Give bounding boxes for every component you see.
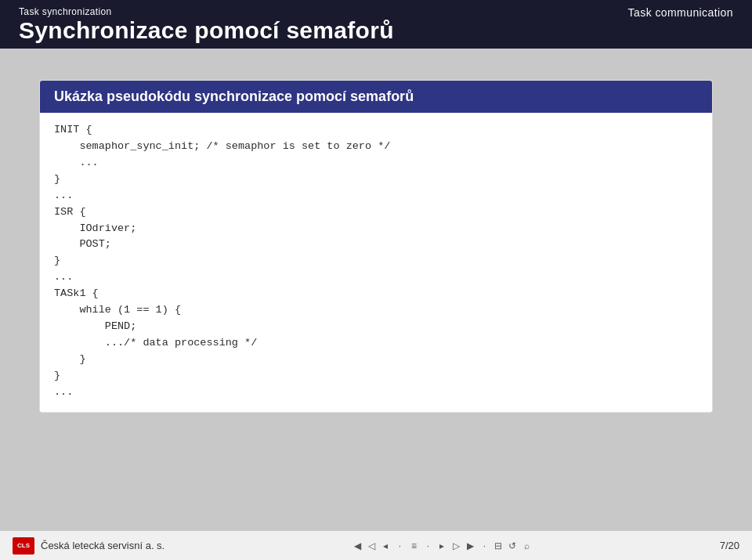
header-title: Synchronizace pomocí semaforů xyxy=(19,17,394,43)
code-card: Ukázka pseudokódu synchronizace pomocí s… xyxy=(39,80,713,413)
footer-nav: ◀ ◁ ◂ · ≡ · ▸ ▷ ▶ · ⊟ ↺ ⌕ xyxy=(351,540,533,552)
footer-page: 7/20 xyxy=(720,540,739,551)
nav-next-icon[interactable]: ▸ xyxy=(436,540,448,552)
nav-prev-icon[interactable]: ◂ xyxy=(379,540,392,552)
nav-align-icon[interactable]: ⊟ xyxy=(492,540,504,552)
nav-prev-left-icon[interactable]: ◁ xyxy=(365,540,378,552)
footer-left: CLS Česká letecká servisní a. s. xyxy=(13,537,164,555)
nav-refresh-icon[interactable]: ↺ xyxy=(506,540,519,552)
nav-eq-icon[interactable]: ≡ xyxy=(407,540,420,552)
code-card-body: INIT { semaphor_sync_init; /* semaphor i… xyxy=(40,113,712,412)
nav-search-icon[interactable]: ⌕ xyxy=(520,540,533,552)
footer-company-name: Česká letecká servisní a. s. xyxy=(41,540,164,551)
nav-next-right-icon[interactable]: ▷ xyxy=(450,540,462,552)
code-card-title: Ukázka pseudokódu synchronizace pomocí s… xyxy=(54,89,414,104)
code-card-header: Ukázka pseudokódu synchronizace pomocí s… xyxy=(40,81,712,113)
nav-first-icon[interactable]: ◀ xyxy=(351,540,363,552)
nav-last-icon[interactable]: ▶ xyxy=(464,540,476,552)
main-content: Ukázka pseudokódu synchronizace pomocí s… xyxy=(0,49,752,530)
header-subtitle: Task synchronization xyxy=(19,6,394,17)
footer: CLS Česká letecká servisní a. s. ◀ ◁ ◂ ·… xyxy=(0,530,752,560)
code-content: INIT { semaphor_sync_init; /* semaphor i… xyxy=(54,122,698,401)
nav-separator2: · xyxy=(421,540,434,552)
nav-controls: ◀ ◁ ◂ · ≡ · ▸ ▷ ▶ · ⊟ ↺ ⌕ xyxy=(351,540,533,552)
header: Task synchronization Synchronizace pomoc… xyxy=(0,0,752,49)
nav-separator3: · xyxy=(478,540,490,552)
header-section: Task communication xyxy=(628,0,733,19)
nav-separator1: · xyxy=(393,540,406,552)
footer-logo: CLS xyxy=(13,537,34,555)
header-left: Task synchronization Synchronizace pomoc… xyxy=(19,6,394,43)
